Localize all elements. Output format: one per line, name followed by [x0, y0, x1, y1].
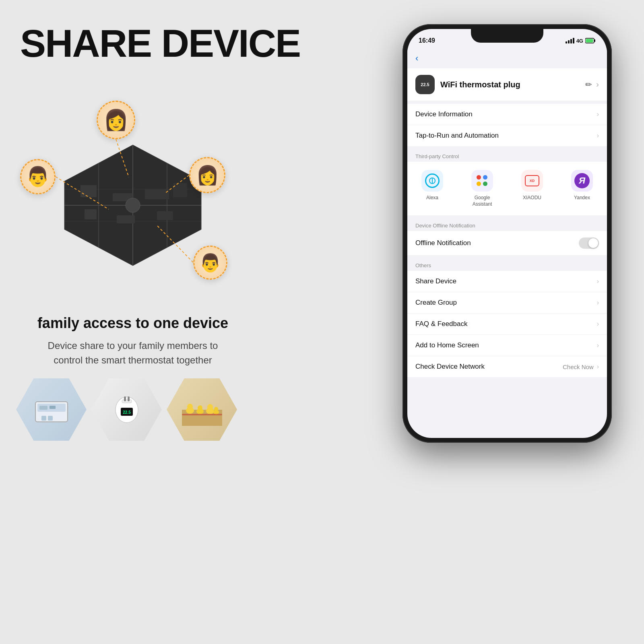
offline-label: Device Offline Notification — [407, 219, 607, 231]
phone-notch — [471, 29, 543, 43]
svg-rect-43 — [586, 39, 593, 43]
menu-item-home-screen[interactable]: Add to Home Screen › — [407, 335, 607, 356]
third-party-grid: Alexa GoogleAssistant — [407, 162, 607, 215]
svg-point-11 — [126, 198, 140, 213]
alexa-label: Alexa — [426, 195, 438, 201]
chevron-icon-2: › — [597, 132, 599, 139]
status-time: 16:49 — [419, 37, 435, 44]
signal-bar-2 — [568, 40, 570, 43]
family-title: family access to one device — [16, 314, 250, 333]
signal-bar-1 — [566, 41, 567, 43]
others-section: Others Share Device › Create Group › FAQ… — [407, 258, 607, 377]
tp-alexa[interactable]: Alexa — [407, 166, 457, 211]
svg-rect-13 — [117, 215, 135, 223]
network-type: 4G — [576, 38, 583, 44]
svg-rect-24 — [48, 416, 53, 421]
google-label: GoogleAssistant — [473, 195, 492, 207]
menu-item-create-group[interactable]: Create Group › — [407, 292, 607, 314]
more-icon[interactable]: › — [596, 80, 599, 89]
menu-item-faq[interactable]: FAQ & Feedback › — [407, 314, 607, 335]
menu-section-basic: Device Information › Tap-to-Run and Auto… — [407, 104, 607, 146]
svg-point-37 — [207, 404, 213, 410]
g-dot-yellow — [477, 182, 481, 186]
page-title: SHARE DEVICE — [20, 24, 300, 63]
svg-rect-9 — [145, 189, 169, 199]
third-party-section: Third-party Control Alexa — [407, 149, 607, 215]
product-hex-2: 22.5 — [91, 378, 162, 441]
phone: 16:49 4G — [402, 24, 612, 443]
menu-item-tap-to-run[interactable]: Tap-to-Run and Automation › — [407, 125, 607, 146]
offline-toggle[interactable] — [579, 237, 599, 249]
svg-point-33 — [187, 404, 193, 409]
device-name-label: WiFi thermostat plug — [440, 80, 585, 89]
chevron-check: › — [597, 363, 599, 370]
product-hex-1 — [16, 378, 87, 441]
avatar-male1: 👨 — [20, 159, 56, 194]
alexa-ring — [425, 173, 440, 188]
avatar-male2: 👨 — [193, 246, 227, 280]
g-dot-blue — [483, 175, 487, 180]
others-menu: Share Device › Create Group › FAQ & Feed… — [407, 271, 607, 377]
g-dot-green — [483, 182, 487, 186]
product-hex-3 — [167, 378, 237, 441]
tp-google[interactable]: GoogleAssistant — [457, 166, 507, 211]
tp-yandex[interactable]: Я Yandex — [557, 166, 607, 211]
svg-point-39 — [214, 407, 218, 411]
svg-rect-29 — [124, 396, 126, 401]
chevron-faq: › — [597, 320, 599, 328]
yandex-label: Yandex — [574, 195, 590, 201]
svg-point-35 — [198, 405, 202, 410]
house-iso — [48, 137, 217, 274]
offline-menu: Offline Notification — [407, 231, 607, 255]
offline-section: Device Offline Notification Offline Noti… — [407, 219, 607, 255]
chevron-share: › — [597, 278, 599, 285]
device-actions[interactable]: ✏ › — [585, 80, 599, 89]
chevron-group: › — [597, 299, 599, 306]
svg-rect-21 — [39, 406, 47, 410]
house-scene: 👨 👩 👩 👨 — [16, 97, 254, 306]
svg-rect-40 — [182, 414, 222, 415]
menu-item-check-network[interactable]: Check Device Network Check Now › — [407, 356, 607, 377]
signal-bars — [566, 38, 574, 43]
chevron-icon: › — [597, 111, 599, 118]
status-icons: 4G — [566, 38, 596, 44]
back-button[interactable]: ‹ — [415, 53, 418, 64]
signal-bar-3 — [570, 39, 572, 43]
avatar-female2: 👩 — [189, 157, 225, 193]
xiaodu-icon: XD — [521, 170, 543, 192]
menu-item-offline-notif[interactable]: Offline Notification — [407, 231, 607, 255]
menu-item-device-info[interactable]: Device Information › — [407, 104, 607, 125]
chevron-home: › — [597, 342, 599, 349]
svg-rect-10 — [173, 183, 187, 197]
svg-rect-7 — [80, 185, 97, 197]
check-now-container: Check Now › — [563, 363, 599, 370]
svg-rect-45 — [432, 178, 433, 183]
alexa-icon — [421, 170, 443, 192]
product-images: 22.5 — [16, 378, 237, 441]
family-subtitle: Device share to your family members toco… — [16, 339, 250, 367]
svg-text:22.5: 22.5 — [123, 410, 131, 415]
svg-rect-42 — [594, 39, 595, 42]
svg-rect-26 — [122, 400, 132, 403]
others-label: Others — [407, 258, 607, 271]
xiaodu-label: XIAODU — [523, 195, 541, 201]
menu-item-share-device[interactable]: Share Device › — [407, 271, 607, 292]
nav-bar: ‹ — [407, 48, 607, 68]
yandex-icon: Я — [571, 170, 593, 192]
svg-rect-12 — [85, 209, 97, 219]
svg-rect-30 — [128, 396, 130, 401]
g-dot-red — [477, 175, 481, 180]
third-party-label: Third-party Control — [407, 149, 607, 162]
edit-icon[interactable]: ✏ — [585, 80, 592, 89]
device-icon: 22.5 — [415, 75, 435, 94]
svg-rect-14 — [157, 211, 173, 220]
google-icon — [471, 170, 493, 192]
yandex-circle: Я — [574, 173, 590, 188]
tp-xiaodu[interactable]: XD XIAODU — [507, 166, 557, 211]
svg-rect-23 — [41, 416, 46, 421]
check-now-label[interactable]: Check Now — [563, 363, 594, 370]
svg-rect-22 — [50, 406, 56, 409]
family-section: family access to one device Device share… — [16, 314, 250, 367]
avatar-female1: 👩 — [97, 101, 135, 139]
device-header: 22.5 WiFi thermostat plug ✏ › — [407, 68, 607, 101]
